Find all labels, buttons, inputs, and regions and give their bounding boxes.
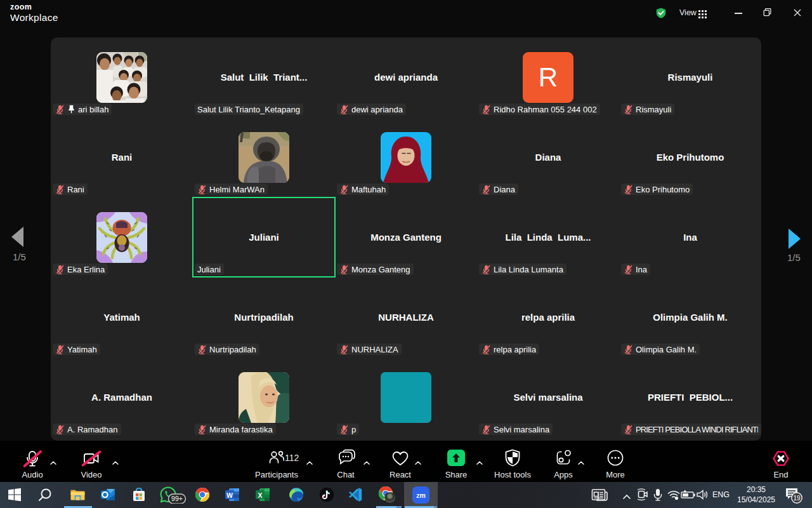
svg-text:W: W [226, 491, 233, 499]
svg-text:zm: zm [416, 491, 426, 499]
svg-text:99+: 99+ [171, 495, 183, 502]
svg-text:19: 19 [793, 495, 801, 502]
svg-text:X: X [258, 491, 262, 499]
